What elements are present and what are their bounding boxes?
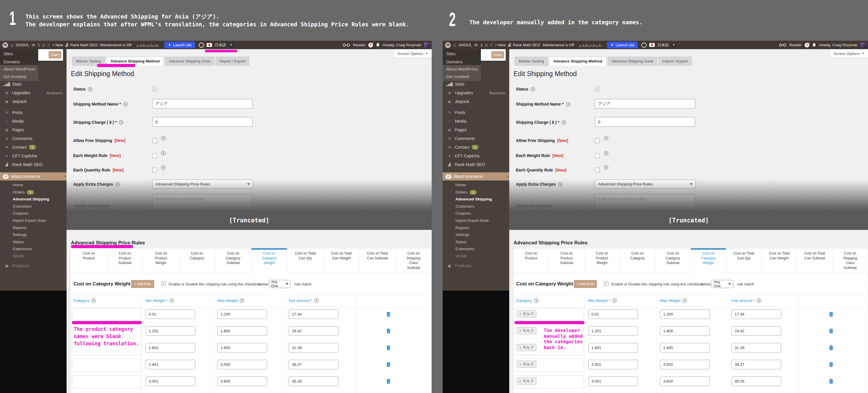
price-rule-tab[interactable]: Cost on Total Cart Qty — [287, 249, 323, 273]
price-rule-tab[interactable]: Cost on Total Cart Subtotal — [797, 249, 833, 273]
price-rule-tab[interactable]: Cost on Product Weight — [143, 249, 179, 273]
menu-item-get-involved[interactable]: Get Involved — [443, 73, 481, 80]
max-weight-input[interactable] — [660, 376, 710, 386]
price-rule-tab[interactable]: Cost on Shipping Class Subtotal — [833, 249, 868, 273]
price-rule-tab[interactable]: Cost on Category Subtotal — [215, 249, 251, 273]
submenu-item[interactable]: Customers — [0, 203, 66, 210]
help-icon[interactable]: ? — [566, 102, 570, 106]
fee-amount-input[interactable] — [289, 326, 339, 336]
fee-amount-input[interactable] — [732, 343, 781, 353]
method-name-input[interactable] — [152, 99, 253, 108]
submenu-item[interactable]: Import Export Suite — [443, 217, 509, 224]
submenu-item[interactable]: Customers — [443, 203, 509, 210]
submenu-item[interactable]: Status — [443, 238, 509, 246]
rule-match-select[interactable]: Any One — [269, 280, 291, 288]
min-weight-input[interactable] — [146, 376, 195, 386]
help-icon[interactable]: ? — [612, 298, 617, 303]
sidebar-item[interactable]: ◉ Jetpack — [443, 97, 509, 106]
submenu-item[interactable]: Coupons — [0, 210, 66, 217]
menu-item-domains[interactable]: Domains — [443, 57, 481, 65]
sidebar-item[interactable]: ✎ Posts — [443, 108, 509, 117]
sidebar-item-woocommerce[interactable]: W WooCommerce — [443, 172, 509, 181]
min-weight-input[interactable] — [588, 326, 638, 336]
wordpress-logo-icon[interactable]: W — [2, 42, 8, 48]
max-weight-input[interactable] — [660, 326, 710, 336]
trash-icon[interactable] — [828, 328, 834, 334]
avatar[interactable] — [424, 42, 429, 48]
method-name-input[interactable] — [595, 99, 695, 108]
weight-rule-checkbox[interactable] — [595, 153, 600, 158]
price-rule-tab[interactable]: Cost on Product — [71, 249, 107, 273]
help-icon[interactable]: ? — [116, 182, 120, 187]
reader-link[interactable]: Reader — [353, 43, 365, 47]
settings-tab[interactable]: Master Setting — [515, 57, 548, 66]
claim-button[interactable]: Claim — [49, 51, 61, 58]
help-icon[interactable]: ? — [161, 136, 165, 140]
help-icon[interactable]: ? — [534, 298, 538, 303]
max-weight-input[interactable] — [217, 376, 267, 386]
sidebar-item[interactable]: ♦ CF7 Captcha — [443, 152, 509, 160]
help-icon[interactable]: ? — [169, 298, 174, 303]
new-content-button[interactable]: + New — [52, 43, 63, 47]
submenu-item[interactable]: Settings — [0, 231, 66, 238]
max-weight-input[interactable] — [660, 343, 710, 353]
trash-icon[interactable] — [828, 362, 834, 367]
help-icon[interactable]: ? — [757, 298, 761, 303]
help-icon[interactable]: ? — [91, 298, 96, 303]
category-select[interactable]: × モルフ — [515, 375, 584, 389]
avatar[interactable] — [861, 42, 866, 48]
fee-amount-input[interactable] — [289, 360, 339, 369]
price-rule-tab[interactable]: Cost on Product — [514, 249, 549, 273]
sidebar-item[interactable]: ✎ Posts — [0, 108, 66, 117]
help-icon[interactable]: ? — [161, 165, 165, 170]
bell-icon[interactable] — [812, 43, 816, 47]
fee-amount-input[interactable] — [732, 376, 781, 386]
min-weight-input[interactable] — [146, 326, 195, 336]
min-weight-input[interactable] — [588, 376, 638, 386]
shipping-charge-input[interactable] — [152, 117, 253, 127]
price-rule-tab[interactable]: Cost on Shipping Class Subtotal — [396, 249, 431, 273]
language-menu[interactable]: 日本語 — [657, 42, 669, 48]
price-rule-tab[interactable]: Cost on Total Cart Subtotal — [360, 249, 396, 273]
submenu-item[interactable]: Extensions — [443, 245, 509, 253]
remove-tag-icon[interactable]: × — [519, 329, 521, 333]
category-select[interactable]: × モルフ — [72, 308, 141, 322]
remove-tag-icon[interactable]: × — [519, 312, 521, 316]
min-weight-input[interactable] — [146, 343, 195, 353]
help-icon[interactable]: ? — [604, 165, 608, 170]
rule-match-select[interactable]: Any One — [711, 280, 734, 288]
submenu-item[interactable]: Orders 1 — [0, 189, 66, 196]
trash-icon[interactable] — [828, 379, 834, 384]
menu-item-domains[interactable]: Domains — [0, 57, 38, 65]
trash-icon[interactable] — [828, 345, 834, 351]
rank-math-menu[interactable]: Rank Math SEO — [70, 43, 97, 47]
fee-amount-input[interactable] — [732, 360, 781, 369]
sidebar-item-products[interactable]: ▦ Products — [0, 262, 66, 270]
menu-item-about-wordpress[interactable]: About WordPress — [0, 65, 38, 73]
submenu-item[interactable]: Extensions — [0, 245, 66, 253]
help-icon[interactable]: ? — [531, 87, 535, 91]
new-content-button[interactable]: + New — [495, 43, 505, 47]
reader-link[interactable]: Reader — [789, 43, 802, 47]
help-notification-icon[interactable]: ? — [368, 43, 373, 47]
remove-tag-icon[interactable]: × — [519, 363, 521, 366]
trash-icon[interactable] — [386, 379, 391, 384]
min-weight-input[interactable] — [588, 360, 638, 369]
enable-rule-checkbox[interactable]: ✓ — [161, 282, 166, 286]
max-weight-input[interactable] — [660, 309, 710, 319]
enable-rule-checkbox[interactable]: ✓ — [604, 282, 609, 286]
site-name[interactable]: GHOUL — [16, 43, 29, 47]
category-select[interactable]: × モルフ — [72, 375, 141, 389]
launch-site-button[interactable]: Launch site — [164, 42, 195, 48]
sidebar-item[interactable]: ◘ Comments — [0, 134, 66, 143]
sidebar-item[interactable]: ✉ Contact 1 — [443, 143, 509, 152]
settings-tab[interactable]: Advance Shipping Method — [549, 57, 607, 66]
sidebar-item[interactable]: ✉ Contact 1 — [0, 143, 66, 152]
trash-icon[interactable] — [386, 328, 391, 334]
trash-icon[interactable] — [386, 345, 391, 351]
max-weight-input[interactable] — [217, 343, 267, 353]
maintenance-status[interactable]: Maintenance is Off — [100, 43, 131, 47]
price-rule-tab[interactable]: Cost on Total Cart Weight — [323, 249, 360, 273]
language-help-icon[interactable]: ? — [671, 43, 676, 47]
status-checkbox[interactable]: ✓ — [595, 87, 600, 92]
